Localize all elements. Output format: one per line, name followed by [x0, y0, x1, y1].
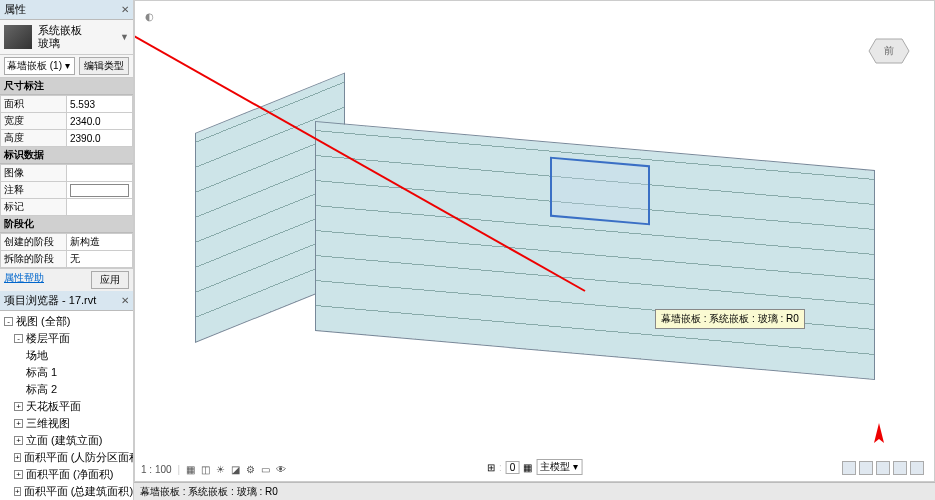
tree-toggle-icon[interactable]: + — [14, 487, 21, 496]
sun-path-icon[interactable]: ☀ — [216, 464, 225, 475]
tree-label: 标高 2 — [26, 382, 57, 397]
building-model — [315, 121, 934, 381]
type-name: 系统嵌板 — [38, 24, 120, 37]
tree-item[interactable]: +三维视图 — [2, 415, 131, 432]
properties-header: 属性 ✕ — [0, 0, 133, 20]
design-option-icon[interactable]: ▦ — [523, 462, 532, 473]
tree-item[interactable]: +面积平面 (总建筑面积) — [2, 483, 131, 500]
scale-display[interactable]: 1 : 100 — [141, 464, 172, 475]
identity-table: 图像 注释 标记 — [0, 164, 133, 216]
tree-label: 面积平面 (总建筑面积) — [24, 484, 133, 499]
filter-face-icon[interactable] — [893, 461, 907, 475]
tree-label: 天花板平面 — [26, 399, 81, 414]
filter-drag-icon[interactable] — [910, 461, 924, 475]
tree-toggle-icon[interactable]: + — [14, 436, 23, 445]
tree-item[interactable]: 标高 1 — [2, 364, 131, 381]
table-row: 宽度2340.0 — [1, 113, 133, 130]
section-phasing[interactable]: 阶段化 — [0, 216, 133, 233]
table-row: 拆除的阶段无 — [1, 251, 133, 268]
tree-item[interactable]: +天花板平面 — [2, 398, 131, 415]
tree-label: 楼层平面 — [26, 331, 70, 346]
tree-label: 场地 — [26, 348, 48, 363]
svg-text:前: 前 — [884, 45, 894, 56]
filter-pin-icon[interactable] — [876, 461, 890, 475]
status-bar: 幕墙嵌板 : 系统嵌板 : 玻璃 : R0 — [134, 482, 935, 500]
instance-row: 幕墙嵌板 (1) ▾ 编辑类型 — [0, 55, 133, 78]
browser-header: 项目浏览器 - 17.rvt ✕ — [0, 291, 133, 311]
selected-curtain-panel[interactable] — [550, 157, 650, 226]
render-icon[interactable]: ⚙ — [246, 464, 255, 475]
tree-toggle-icon[interactable]: - — [14, 334, 23, 343]
tree-item[interactable]: 标高 2 — [2, 381, 131, 398]
detail-level-icon[interactable]: ▦ — [186, 464, 195, 475]
comment-input[interactable] — [70, 184, 129, 197]
nav-wheel-icon[interactable]: ◐ — [145, 11, 154, 22]
tree-toggle-icon[interactable]: + — [14, 419, 23, 428]
tree-label: 视图 (全部) — [16, 314, 70, 329]
properties-help-link[interactable]: 属性帮助 — [4, 271, 44, 289]
apply-button[interactable]: 应用 — [91, 271, 129, 289]
tree-label: 立面 (建筑立面) — [26, 433, 102, 448]
section-dimensions[interactable]: 尺寸标注 — [0, 78, 133, 95]
visual-style-icon[interactable]: ◫ — [201, 464, 210, 475]
value-stepper[interactable]: 0 — [506, 461, 520, 474]
browser-title: 项目浏览器 - 17.rvt — [4, 293, 96, 308]
crop-icon[interactable]: ▭ — [261, 464, 270, 475]
tree-item[interactable]: +立面 (建筑立面) — [2, 432, 131, 449]
type-labels: 系统嵌板 玻璃 — [38, 24, 120, 50]
hide-icon[interactable]: 👁 — [276, 464, 286, 475]
viewcube[interactable]: 前 — [864, 21, 914, 71]
table-row: 创建的阶段新构造 — [1, 234, 133, 251]
tree-item[interactable]: +面积平面 (人防分区面积) — [2, 449, 131, 466]
mid-controls: ⊞ : 0 ▦ 主模型 ▾ — [487, 459, 582, 475]
tree-label: 面积平面 (人防分区面积) — [24, 450, 133, 465]
workset-icon[interactable]: ⊞ — [487, 462, 495, 473]
view-control-bar: 1 : 100 | ▦ ◫ ☀ ◪ ⚙ ▭ 👁 — [141, 464, 286, 475]
tree-item[interactable]: +面积平面 (净面积) — [2, 466, 131, 483]
tree-label: 面积平面 (净面积) — [26, 467, 113, 482]
properties-footer: 属性帮助 应用 — [0, 268, 133, 291]
tree-toggle-icon[interactable]: + — [14, 470, 23, 479]
type-sub: 玻璃 — [38, 37, 120, 50]
table-row: 面积5.593 — [1, 96, 133, 113]
filter-underlay-icon[interactable] — [859, 461, 873, 475]
close-icon[interactable]: ✕ — [121, 4, 129, 15]
tree-item[interactable]: -楼层平面 — [2, 330, 131, 347]
tree-item[interactable]: -视图 (全部) — [2, 313, 131, 330]
properties-title: 属性 — [4, 2, 26, 17]
type-selector[interactable]: 系统嵌板 玻璃 ▼ — [0, 20, 133, 55]
design-option-select[interactable]: 主模型 ▾ — [536, 459, 582, 475]
table-row: 图像 — [1, 165, 133, 182]
chevron-down-icon[interactable]: ▼ — [120, 32, 129, 42]
table-row: 标记 — [1, 199, 133, 216]
element-tooltip: 幕墙嵌板 : 系统嵌板 : 玻璃 : R0 — [655, 309, 805, 329]
tree-toggle-icon[interactable]: - — [4, 317, 13, 326]
project-browser[interactable]: -视图 (全部)-楼层平面场地标高 1标高 2+天花板平面+三维视图+立面 (建… — [0, 311, 133, 500]
tree-label: 标高 1 — [26, 365, 57, 380]
phasing-table: 创建的阶段新构造 拆除的阶段无 — [0, 233, 133, 268]
tree-toggle-icon[interactable]: + — [14, 402, 23, 411]
instance-select[interactable]: 幕墙嵌板 (1) ▾ — [4, 57, 75, 75]
selection-filters — [842, 461, 924, 475]
annotation-arrow-small — [869, 421, 899, 451]
tree-item[interactable]: 场地 — [2, 347, 131, 364]
close-icon[interactable]: ✕ — [121, 295, 129, 306]
dims-table: 面积5.593 宽度2340.0 高度2390.0 — [0, 95, 133, 147]
viewport-3d[interactable]: ◐ 前 幕墙嵌板 : 系统嵌板 : 玻璃 : R0 1 : 100 | — [134, 0, 935, 482]
table-row: 注释 — [1, 182, 133, 199]
table-row: 高度2390.0 — [1, 130, 133, 147]
tree-toggle-icon[interactable]: + — [14, 453, 21, 462]
edit-type-button[interactable]: 编辑类型 — [79, 57, 129, 75]
section-identity[interactable]: 标识数据 — [0, 147, 133, 164]
status-text: 幕墙嵌板 : 系统嵌板 : 玻璃 : R0 — [140, 485, 278, 499]
type-thumbnail-icon — [4, 25, 32, 49]
shadows-icon[interactable]: ◪ — [231, 464, 240, 475]
tree-label: 三维视图 — [26, 416, 70, 431]
filter-link-icon[interactable] — [842, 461, 856, 475]
